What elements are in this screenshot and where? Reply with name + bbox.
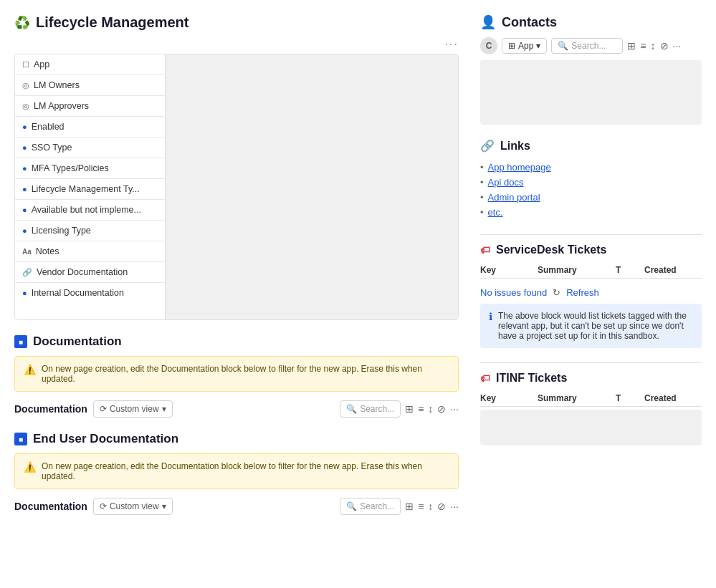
lifecycle-row-lm-type[interactable]: ● Lifecycle Management Ty... bbox=[15, 179, 165, 200]
lifecycle-row-app[interactable]: ☐ App bbox=[15, 54, 165, 75]
mfa-label: MFA Types/Policies bbox=[32, 163, 109, 173]
documentation-section: ■ Documentation ⚠️ On new page creation,… bbox=[14, 334, 459, 418]
end-user-documentation-warning: ⚠️ On new page creation, edit the Docume… bbox=[14, 453, 459, 489]
end-user-custom-view-icon: ⟳ bbox=[100, 501, 107, 511]
contacts-title: 👤 Contacts bbox=[480, 14, 702, 30]
custom-view-icon: ⟳ bbox=[100, 404, 107, 414]
contacts-more-icon[interactable]: ··· bbox=[673, 40, 682, 52]
documentation-warning: ⚠️ On new page creation, edit the Docume… bbox=[14, 356, 459, 392]
recycle-icon: ♻️ bbox=[14, 15, 30, 31]
lifecycle-row-notes[interactable]: Aa Notes bbox=[15, 241, 165, 262]
mfa-icon: ● bbox=[22, 164, 27, 173]
enabled-label: Enabled bbox=[32, 122, 65, 132]
vendor-doc-icon: 🔗 bbox=[22, 268, 32, 277]
itinf-section: 🏷 ITINF Tickets Key Summary T Created bbox=[480, 372, 702, 445]
doc-search-box[interactable]: 🔍 Search... bbox=[340, 400, 401, 418]
contacts-filter-icon[interactable]: ≡ bbox=[640, 40, 646, 52]
contacts-search-icon: 🔍 bbox=[558, 41, 568, 51]
itinf-title: 🏷 ITINF Tickets bbox=[480, 372, 702, 385]
doc-sort-icon[interactable]: ↕ bbox=[428, 403, 433, 415]
end-user-grid-icon[interactable]: ⊞ bbox=[405, 501, 414, 512]
contacts-avatar: C bbox=[480, 37, 497, 54]
sd-col-summary: Summary bbox=[538, 265, 616, 275]
end-user-more-icon[interactable]: ··· bbox=[450, 501, 459, 512]
itinf-content-area bbox=[480, 410, 702, 445]
lifecycle-row-enabled[interactable]: ● Enabled bbox=[15, 117, 165, 138]
end-user-documentation-title: ■ End User Documentation bbox=[14, 432, 459, 446]
lifecycle-row-lm-approvers[interactable]: ◎ LM Approvers bbox=[15, 96, 165, 117]
doc-grid-icon[interactable]: ⊞ bbox=[405, 403, 414, 415]
refresh-icon[interactable]: ↻ bbox=[553, 287, 560, 298]
list-item: etc. bbox=[480, 205, 702, 220]
list-item: Admin portal bbox=[480, 190, 702, 205]
divider bbox=[480, 234, 702, 235]
doc-more-icon[interactable]: ··· bbox=[450, 403, 459, 415]
link-etc[interactable]: etc. bbox=[488, 207, 503, 218]
licensing-icon: ● bbox=[22, 226, 27, 235]
servicedesk-table-header: Key Summary T Created bbox=[480, 262, 702, 279]
vendor-doc-label: Vendor Documentation bbox=[37, 267, 128, 277]
lifecycle-fields-list: ☐ App ◎ LM Owners ◎ LM Approvers ● Enabl… bbox=[15, 54, 166, 319]
app-chevron: ▾ bbox=[536, 41, 540, 51]
available-icon: ● bbox=[22, 206, 27, 214]
links-section: 🔗 Links App homepage Api docs Admin port… bbox=[480, 139, 702, 220]
itinf-col-created: Created bbox=[644, 393, 702, 403]
notes-icon: Aa bbox=[22, 248, 32, 256]
lifecycle-management-section: ♻️ Lifecycle Management ··· ☐ App ◎ LM O… bbox=[14, 14, 459, 320]
itinf-table-header: Key Summary T Created bbox=[480, 390, 702, 407]
end-user-link-icon[interactable]: ⊘ bbox=[437, 501, 446, 512]
sd-col-t: T bbox=[616, 265, 644, 275]
lifecycle-row-lm-owners[interactable]: ◎ LM Owners bbox=[15, 75, 165, 96]
sd-col-created: Created bbox=[644, 265, 702, 275]
info-icon: ℹ bbox=[489, 311, 492, 322]
available-label: Available but not impleme... bbox=[32, 205, 141, 215]
enabled-icon: ● bbox=[22, 122, 27, 131]
documentation-db-label: Documentation bbox=[14, 403, 87, 415]
lifecycle-row-internal-doc[interactable]: ● Internal Documentation bbox=[15, 283, 165, 303]
sso-type-icon: ● bbox=[22, 143, 27, 152]
end-user-sort-icon[interactable]: ↕ bbox=[428, 501, 433, 512]
lifecycle-row-vendor-doc[interactable]: 🔗 Vendor Documentation bbox=[15, 262, 165, 283]
lifecycle-row-available[interactable]: ● Available but not impleme... bbox=[15, 200, 165, 221]
itinf-col-t: T bbox=[616, 393, 644, 403]
list-item: App homepage bbox=[480, 160, 702, 175]
link-api-docs[interactable]: Api docs bbox=[488, 177, 524, 188]
no-issues-row: No issues found ↻ Refresh bbox=[480, 281, 702, 304]
doc-link-icon[interactable]: ⊘ bbox=[437, 403, 446, 415]
lm-approvers-label: LM Approvers bbox=[34, 101, 89, 111]
doc-block-icon: ■ bbox=[14, 335, 27, 348]
itinf-col-summary: Summary bbox=[538, 393, 616, 403]
doc-filter-icon[interactable]: ≡ bbox=[418, 403, 424, 415]
sd-col-key: Key bbox=[480, 265, 538, 275]
lifecycle-row-sso-type[interactable]: ● SSO Type bbox=[15, 138, 165, 158]
lifecycle-table: ☐ App ◎ LM Owners ◎ LM Approvers ● Enabl… bbox=[14, 54, 459, 320]
list-item: Api docs bbox=[480, 175, 702, 190]
contacts-sort-icon[interactable]: ↕ bbox=[651, 40, 656, 52]
contacts-toolbar: C ⊞ App ▾ 🔍 Search... ⊞ ≡ ↕ ⊘ ··· bbox=[480, 37, 702, 54]
lm-owners-icon: ◎ bbox=[22, 81, 29, 90]
end-user-filter-icon[interactable]: ≡ bbox=[418, 501, 424, 512]
doc-custom-view-button[interactable]: ⟳ Custom view ▾ bbox=[93, 400, 173, 418]
lifecycle-row-mfa[interactable]: ● MFA Types/Policies bbox=[15, 158, 165, 179]
contacts-app-button[interactable]: ⊞ App ▾ bbox=[502, 38, 547, 54]
end-user-custom-view-button[interactable]: ⟳ Custom view ▾ bbox=[93, 498, 173, 515]
end-user-custom-view-chevron: ▾ bbox=[162, 501, 166, 511]
links-title: 🔗 Links bbox=[480, 139, 702, 153]
link-app-homepage[interactable]: App homepage bbox=[488, 162, 551, 173]
end-user-search-box[interactable]: 🔍 Search... bbox=[340, 498, 401, 515]
contacts-section: 👤 Contacts C ⊞ App ▾ 🔍 Search... ⊞ bbox=[480, 14, 702, 125]
lifecycle-row-licensing[interactable]: ● Licensing Type bbox=[15, 221, 165, 241]
lifecycle-more-button[interactable]: ··· bbox=[445, 38, 459, 51]
link-admin-portal[interactable]: Admin portal bbox=[488, 192, 540, 203]
custom-view-chevron: ▾ bbox=[162, 404, 166, 414]
contacts-search-box[interactable]: 🔍 Search... bbox=[551, 38, 623, 54]
lifecycle-content-area bbox=[166, 54, 458, 319]
refresh-button[interactable]: Refresh bbox=[566, 287, 599, 298]
sso-type-label: SSO Type bbox=[32, 143, 72, 153]
contacts-grid-icon[interactable]: ⊞ bbox=[627, 40, 636, 52]
internal-doc-icon: ● bbox=[22, 289, 27, 297]
documentation-title: ■ Documentation bbox=[14, 334, 459, 349]
lifecycle-management-title: ♻️ Lifecycle Management bbox=[14, 14, 459, 31]
contacts-link-icon[interactable]: ⊘ bbox=[660, 40, 669, 52]
lm-type-icon: ● bbox=[22, 185, 27, 193]
